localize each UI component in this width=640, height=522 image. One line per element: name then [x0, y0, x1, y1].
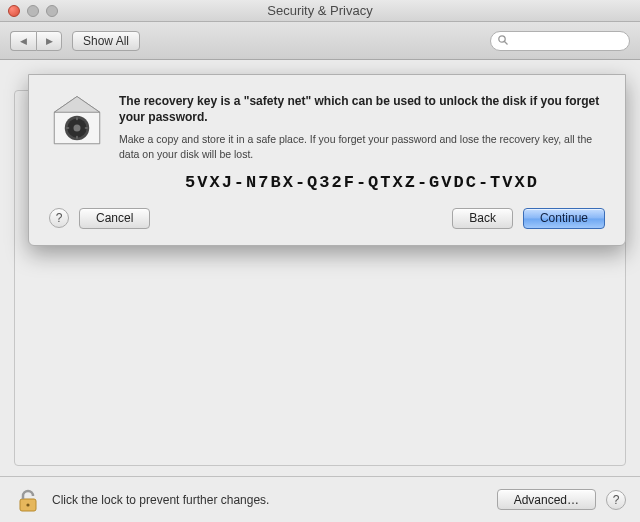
sheet-heading: The recovery key is a "safety net" which…	[119, 93, 605, 125]
svg-point-12	[26, 503, 29, 506]
search-icon	[497, 34, 509, 48]
svg-point-0	[499, 35, 505, 41]
window-title: Security & Privacy	[0, 3, 640, 18]
titlebar: Security & Privacy	[0, 0, 640, 22]
help-button[interactable]: ?	[49, 208, 69, 228]
footer: Click the lock to prevent further change…	[0, 476, 640, 522]
recovery-key-sheet: The recovery key is a "safety net" which…	[28, 74, 626, 246]
footer-help-button[interactable]: ?	[606, 490, 626, 510]
lock-description: Click the lock to prevent further change…	[52, 493, 269, 507]
svg-line-1	[505, 41, 508, 44]
help-icon: ?	[613, 493, 620, 507]
help-icon: ?	[56, 211, 63, 225]
nav-forward-button[interactable]: ▶	[36, 31, 62, 51]
show-all-button[interactable]: Show All	[72, 31, 140, 51]
toolbar: ◀ ▶ Show All	[0, 22, 640, 60]
chevron-left-icon: ◀	[20, 36, 27, 46]
recovery-key-value: 5VXJ-N7BX-Q32F-QTXZ-GVDC-TVXD	[119, 173, 605, 192]
cancel-button[interactable]: Cancel	[79, 208, 150, 229]
svg-point-6	[74, 125, 81, 132]
advanced-button[interactable]: Advanced…	[497, 489, 596, 510]
sheet-subtext: Make a copy and store it in a safe place…	[119, 132, 605, 160]
nav-back-button[interactable]: ◀	[10, 31, 36, 51]
svg-marker-3	[54, 97, 100, 113]
content-area: The recovery key is a "safety net" which…	[0, 60, 640, 476]
filevault-icon	[49, 93, 105, 149]
lock-icon[interactable]	[14, 486, 42, 514]
search-input[interactable]	[490, 31, 630, 51]
chevron-right-icon: ▶	[46, 36, 53, 46]
continue-button[interactable]: Continue	[523, 208, 605, 229]
nav-buttons: ◀ ▶	[10, 31, 62, 51]
back-button[interactable]: Back	[452, 208, 513, 229]
